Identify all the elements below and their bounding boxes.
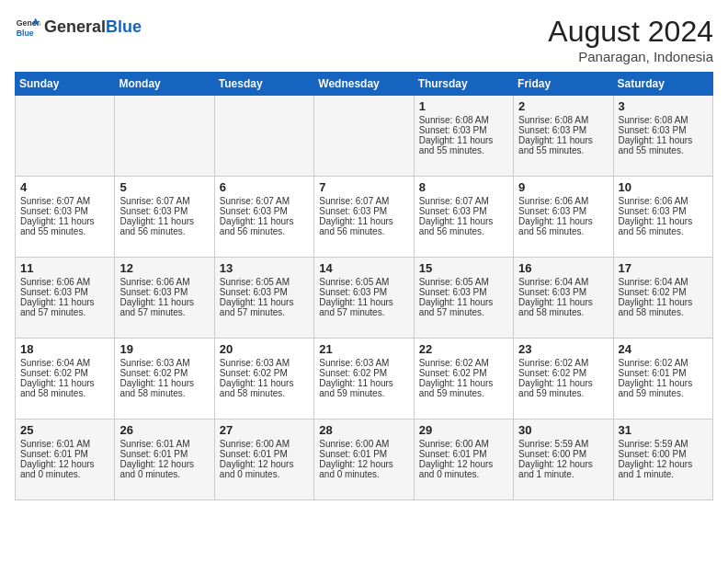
day-number: 27 xyxy=(220,423,309,437)
day-info-line: Sunset: 6:02 PM xyxy=(518,368,608,378)
day-number: 6 xyxy=(220,180,309,194)
day-info-line: and 0 minutes. xyxy=(220,469,309,479)
day-info-line: Daylight: 11 hours xyxy=(619,378,708,388)
week-row-2: 4Sunrise: 6:07 AMSunset: 6:03 PMDaylight… xyxy=(16,177,713,258)
calendar-cell: 19Sunrise: 6:03 AMSunset: 6:02 PMDayligh… xyxy=(115,339,214,419)
col-header-sunday: Sunday xyxy=(16,73,115,96)
calendar-table: SundayMondayTuesdayWednesdayThursdayFrid… xyxy=(15,72,713,500)
day-number: 20 xyxy=(220,342,309,356)
day-info-line: and 56 minutes. xyxy=(119,226,209,236)
day-number: 15 xyxy=(419,261,508,275)
day-info-line: Sunset: 6:02 PM xyxy=(119,368,209,378)
day-info-line: Sunset: 6:01 PM xyxy=(220,449,309,459)
day-info-line: Sunrise: 6:04 AM xyxy=(20,358,109,368)
day-info-line: Sunrise: 6:06 AM xyxy=(518,196,608,206)
day-info-line: and 55 minutes. xyxy=(619,145,708,155)
col-header-saturday: Saturday xyxy=(613,73,712,96)
day-info-line: and 58 minutes. xyxy=(20,388,109,398)
week-row-1: 1Sunrise: 6:08 AMSunset: 6:03 PMDaylight… xyxy=(16,96,713,177)
calendar-cell: 17Sunrise: 6:04 AMSunset: 6:02 PMDayligh… xyxy=(613,258,712,339)
day-info-line: and 57 minutes. xyxy=(220,307,309,317)
day-info-line: Daylight: 11 hours xyxy=(419,135,508,145)
day-info-line: Sunrise: 6:06 AM xyxy=(119,277,209,287)
calendar-cell: 7Sunrise: 6:07 AMSunset: 6:03 PMDaylight… xyxy=(314,177,414,258)
calendar-cell: 10Sunrise: 6:06 AMSunset: 6:03 PMDayligh… xyxy=(613,177,712,258)
day-number: 21 xyxy=(319,342,408,356)
day-info-line: Sunrise: 6:05 AM xyxy=(419,277,508,287)
day-info-line: Sunset: 6:03 PM xyxy=(419,125,508,135)
calendar-cell: 9Sunrise: 6:06 AMSunset: 6:03 PMDaylight… xyxy=(514,177,613,258)
day-info-line: Sunset: 6:00 PM xyxy=(619,449,708,459)
day-info-line: Sunrise: 6:05 AM xyxy=(220,277,309,287)
day-info-line: Daylight: 11 hours xyxy=(319,378,408,388)
day-info-line: Daylight: 11 hours xyxy=(220,216,309,226)
day-number: 23 xyxy=(518,342,608,356)
col-header-wednesday: Wednesday xyxy=(314,73,414,96)
day-info-line: and 56 minutes. xyxy=(518,226,608,236)
logo-icon: General Blue xyxy=(15,15,40,40)
calendar-cell: 21Sunrise: 6:03 AMSunset: 6:02 PMDayligh… xyxy=(314,339,414,419)
day-number: 14 xyxy=(319,261,408,275)
col-header-tuesday: Tuesday xyxy=(214,73,313,96)
calendar-cell: 31Sunrise: 5:59 AMSunset: 6:00 PMDayligh… xyxy=(613,419,712,500)
day-info-line: Sunrise: 6:04 AM xyxy=(619,277,708,287)
location: Panaragan, Indonesia xyxy=(548,49,713,64)
svg-text:Blue: Blue xyxy=(17,29,34,38)
day-info-line: Sunrise: 6:01 AM xyxy=(119,439,209,449)
day-info-line: Sunset: 6:01 PM xyxy=(119,449,209,459)
day-info-line: Sunset: 6:02 PM xyxy=(419,368,508,378)
day-info-line: Sunset: 6:01 PM xyxy=(20,449,109,459)
day-info-line: Sunrise: 6:00 AM xyxy=(419,439,508,449)
calendar-cell: 23Sunrise: 6:02 AMSunset: 6:02 PMDayligh… xyxy=(514,339,613,419)
calendar-cell: 1Sunrise: 6:08 AMSunset: 6:03 PMDaylight… xyxy=(414,96,513,177)
calendar-cell: 30Sunrise: 5:59 AMSunset: 6:00 PMDayligh… xyxy=(514,419,613,500)
calendar-cell: 14Sunrise: 6:05 AMSunset: 6:03 PMDayligh… xyxy=(314,258,414,339)
day-info-line: Daylight: 12 hours xyxy=(319,459,408,469)
day-info-line: Sunset: 6:03 PM xyxy=(119,206,209,216)
day-number: 17 xyxy=(619,261,708,275)
calendar-cell: 6Sunrise: 6:07 AMSunset: 6:03 PMDaylight… xyxy=(214,177,313,258)
day-info-line: and 59 minutes. xyxy=(518,388,608,398)
day-info-line: and 57 minutes. xyxy=(119,307,209,317)
day-info-line: and 1 minute. xyxy=(518,469,608,479)
day-info-line: Daylight: 11 hours xyxy=(619,216,708,226)
day-info-line: Daylight: 11 hours xyxy=(319,216,408,226)
day-info-line: Sunrise: 6:07 AM xyxy=(119,196,209,206)
day-info-line: Daylight: 11 hours xyxy=(419,297,508,307)
day-info-line: and 55 minutes. xyxy=(419,145,508,155)
day-info-line: Daylight: 11 hours xyxy=(619,297,708,307)
day-info-line: Sunrise: 6:01 AM xyxy=(20,439,109,449)
day-number: 16 xyxy=(518,261,608,275)
calendar-cell xyxy=(214,96,313,177)
calendar-cell: 26Sunrise: 6:01 AMSunset: 6:01 PMDayligh… xyxy=(115,419,214,500)
day-info-line: and 56 minutes. xyxy=(419,226,508,236)
day-info-line: Sunset: 6:03 PM xyxy=(419,287,508,297)
day-number: 7 xyxy=(319,180,408,194)
day-info-line: Sunset: 6:03 PM xyxy=(518,125,608,135)
day-info-line: and 0 minutes. xyxy=(419,469,508,479)
day-info-line: Sunset: 6:02 PM xyxy=(319,368,408,378)
day-info-line: Daylight: 11 hours xyxy=(20,216,109,226)
day-info-line: and 57 minutes. xyxy=(419,307,508,317)
calendar-cell: 3Sunrise: 6:08 AMSunset: 6:03 PMDaylight… xyxy=(613,96,712,177)
day-info-line: Sunset: 6:03 PM xyxy=(518,287,608,297)
calendar-cell: 25Sunrise: 6:01 AMSunset: 6:01 PMDayligh… xyxy=(16,419,115,500)
day-number: 28 xyxy=(319,423,408,437)
month-year: August 2024 xyxy=(548,15,713,49)
day-number: 29 xyxy=(419,423,508,437)
day-number: 4 xyxy=(20,180,109,194)
day-number: 5 xyxy=(119,180,209,194)
day-info-line: Daylight: 11 hours xyxy=(319,297,408,307)
day-info-line: Daylight: 11 hours xyxy=(20,378,109,388)
day-number: 13 xyxy=(220,261,309,275)
day-info-line: and 56 minutes. xyxy=(220,226,309,236)
day-info-line: Sunrise: 5:59 AM xyxy=(518,439,608,449)
day-info-line: Sunrise: 6:08 AM xyxy=(619,115,708,125)
day-info-line: Sunset: 6:02 PM xyxy=(619,287,708,297)
day-info-line: Daylight: 11 hours xyxy=(220,297,309,307)
day-info-line: Sunrise: 6:03 AM xyxy=(119,358,209,368)
title-block: August 2024 Panaragan, Indonesia xyxy=(548,15,713,64)
calendar-cell xyxy=(16,96,115,177)
day-info-line: Sunset: 6:01 PM xyxy=(419,449,508,459)
calendar-cell: 13Sunrise: 6:05 AMSunset: 6:03 PMDayligh… xyxy=(214,258,313,339)
